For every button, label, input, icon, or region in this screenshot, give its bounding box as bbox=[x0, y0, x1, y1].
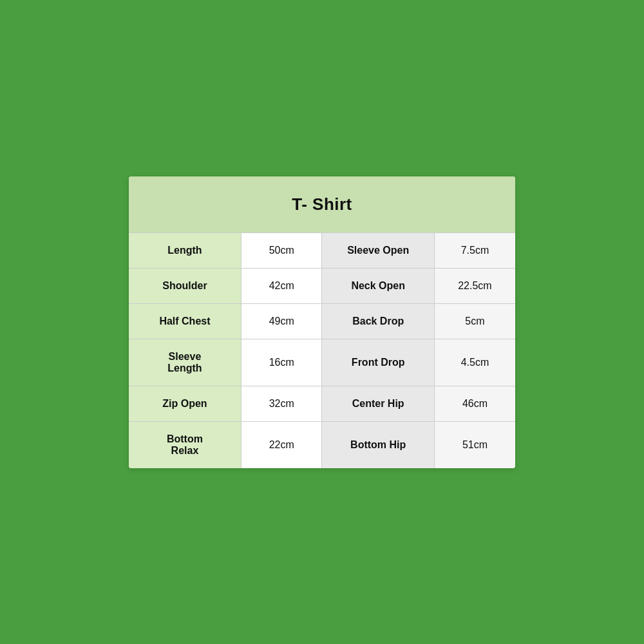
value-left-3: 16cm bbox=[241, 339, 322, 386]
table-row: Half Chest49cmBack Drop5cm bbox=[129, 303, 515, 339]
label-right-1: Neck Open bbox=[322, 268, 434, 303]
label-left-0: Length bbox=[129, 232, 241, 268]
label-left-2: Half Chest bbox=[129, 303, 241, 339]
value-left-5: 22cm bbox=[241, 421, 322, 468]
value-left-1: 42cm bbox=[241, 268, 322, 303]
table-row: BottomRelax22cmBottom Hip51cm bbox=[129, 421, 515, 468]
value-left-0: 50cm bbox=[241, 232, 322, 268]
table-row: Zip Open32cmCenter Hip46cm bbox=[129, 386, 515, 421]
table-title: T- Shirt bbox=[129, 176, 515, 232]
table-row: SleeveLength16cmFront Drop4.5cm bbox=[129, 339, 515, 386]
value-right-4: 46cm bbox=[434, 386, 515, 421]
table-row: Shoulder42cmNeck Open22.5cm bbox=[129, 268, 515, 303]
label-left-1: Shoulder bbox=[129, 268, 241, 303]
value-left-2: 49cm bbox=[241, 303, 322, 339]
value-right-2: 5cm bbox=[434, 303, 515, 339]
value-left-4: 32cm bbox=[241, 386, 322, 421]
label-left-3: SleeveLength bbox=[129, 339, 241, 386]
label-right-5: Bottom Hip bbox=[322, 421, 434, 468]
size-chart-container: T- Shirt Length50cmSleeve Open7.5cmShoul… bbox=[129, 176, 515, 468]
label-right-2: Back Drop bbox=[322, 303, 434, 339]
label-right-3: Front Drop bbox=[322, 339, 434, 386]
value-right-1: 22.5cm bbox=[434, 268, 515, 303]
label-left-4: Zip Open bbox=[129, 386, 241, 421]
label-right-0: Sleeve Open bbox=[322, 232, 434, 268]
table-row: Length50cmSleeve Open7.5cm bbox=[129, 232, 515, 268]
label-left-5: BottomRelax bbox=[129, 421, 241, 468]
label-right-4: Center Hip bbox=[322, 386, 434, 421]
value-right-5: 51cm bbox=[434, 421, 515, 468]
value-right-3: 4.5cm bbox=[434, 339, 515, 386]
size-table: Length50cmSleeve Open7.5cmShoulder42cmNe… bbox=[129, 232, 515, 468]
value-right-0: 7.5cm bbox=[434, 232, 515, 268]
